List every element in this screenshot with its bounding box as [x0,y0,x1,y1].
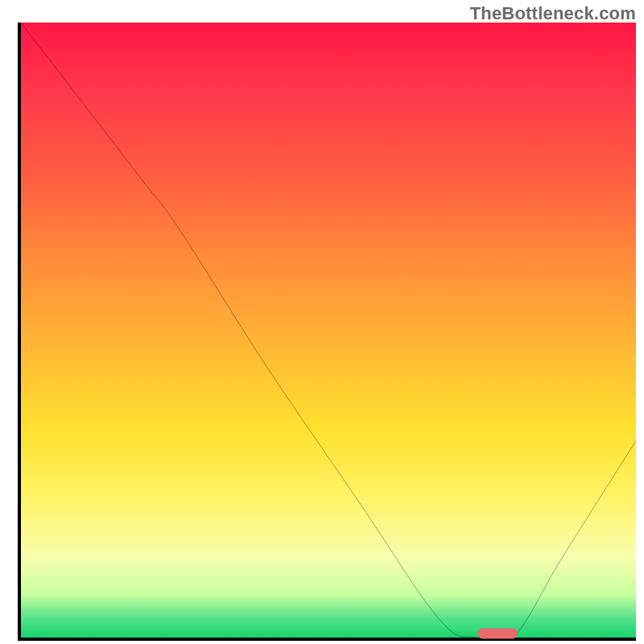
background-gradient [21,23,636,638]
plot-area [18,23,636,641]
watermark-label: TheBottleneck.com [470,3,636,24]
optimal-marker [477,629,518,639]
chart-frame: TheBottleneck.com [0,0,644,644]
